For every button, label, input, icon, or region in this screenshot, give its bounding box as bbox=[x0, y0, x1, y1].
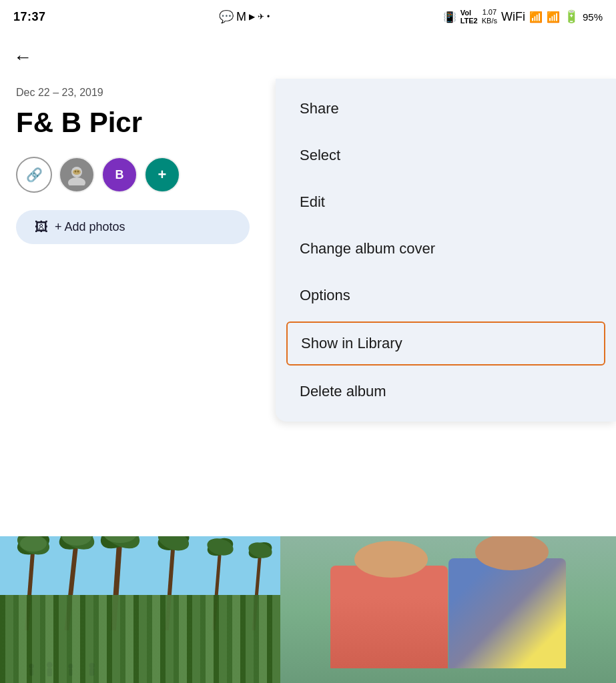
people-photo bbox=[280, 536, 616, 683]
svg-point-28 bbox=[47, 662, 53, 668]
avatar-b-label: B bbox=[115, 168, 124, 182]
person2-head bbox=[475, 536, 549, 570]
svg-rect-4 bbox=[73, 169, 81, 175]
vol-icon: VolLTE2 bbox=[460, 9, 478, 25]
trees-photo bbox=[0, 536, 280, 683]
battery-icon: 🔋 bbox=[564, 9, 579, 24]
context-menu: Share Select Edit Change album cover Opt… bbox=[276, 79, 616, 422]
svg-point-22 bbox=[206, 536, 236, 558]
palm-trees-svg bbox=[0, 536, 280, 639]
person2-clothes bbox=[448, 558, 566, 668]
svg-line-13 bbox=[113, 536, 120, 630]
battery-percent: 95% bbox=[583, 11, 603, 23]
grass bbox=[0, 595, 280, 683]
svg-point-1 bbox=[68, 177, 85, 185]
menu-item-change-cover[interactable]: Change album cover bbox=[276, 225, 616, 272]
collaborators-row: 🔗 B + bbox=[16, 157, 180, 193]
svg-line-5 bbox=[27, 544, 33, 630]
menu-item-share[interactable]: Share bbox=[276, 85, 616, 132]
gmail-icon: M bbox=[236, 10, 246, 24]
svg-point-8 bbox=[20, 536, 47, 552]
svg-point-32 bbox=[89, 662, 95, 668]
album-title: F& B Picr bbox=[16, 107, 270, 139]
svg-rect-31 bbox=[69, 668, 72, 676]
add-collaborator-avatar[interactable]: + bbox=[144, 157, 180, 193]
wifi-icon: WiFi bbox=[501, 10, 525, 24]
share-link-avatar[interactable]: 🔗 bbox=[16, 157, 52, 193]
people-svg bbox=[13, 660, 267, 680]
status-icons: 💬 M ▶ ✈ • bbox=[219, 9, 270, 24]
svg-line-9 bbox=[67, 537, 77, 630]
network-speed: 1.07KB/s bbox=[482, 8, 497, 25]
svg-rect-33 bbox=[89, 668, 94, 676]
signal-icon: 📶 bbox=[529, 11, 543, 23]
notification-dot: • bbox=[267, 12, 270, 21]
status-right: 📳 VolLTE2 1.07KB/s WiFi 📶 📶 🔋 95% bbox=[443, 8, 603, 25]
plus-icon: + bbox=[158, 166, 167, 183]
add-photos-label: + Add photos bbox=[55, 220, 125, 234]
person-avatar-b[interactable]: B bbox=[101, 157, 137, 193]
status-bar: 17:37 💬 M ▶ ✈ • 📳 VolLTE2 1.07KB/s WiFi … bbox=[0, 0, 616, 33]
crowd-silhouettes bbox=[0, 651, 280, 680]
menu-item-options[interactable]: Options bbox=[276, 272, 616, 319]
svg-point-26 bbox=[29, 664, 34, 668]
back-arrow-icon: ← bbox=[13, 47, 32, 67]
couple-photo bbox=[280, 536, 616, 683]
link-icon: 🔗 bbox=[26, 167, 43, 183]
telegram-icon: ✈ bbox=[258, 12, 264, 21]
menu-item-edit[interactable]: Edit bbox=[276, 179, 616, 225]
person1-clothes bbox=[330, 566, 448, 668]
add-photo-icon: 🖼 bbox=[35, 219, 48, 235]
svg-point-25 bbox=[247, 540, 274, 561]
album-date: Dec 22 – 23, 2019 bbox=[16, 87, 103, 99]
play-icon: ▶ bbox=[249, 12, 255, 21]
svg-point-30 bbox=[68, 664, 73, 668]
svg-rect-27 bbox=[29, 668, 33, 676]
menu-item-delete-album[interactable]: Delete album bbox=[276, 368, 616, 415]
back-button[interactable]: ← bbox=[13, 47, 32, 68]
person-avatar-1[interactable] bbox=[59, 157, 95, 193]
menu-item-select[interactable]: Select bbox=[276, 132, 616, 179]
trees-landscape bbox=[0, 536, 280, 683]
status-time: 17:37 bbox=[13, 10, 46, 24]
main-content: ← Dec 22 – 23, 2019 F& B Picr 🔗 B + bbox=[0, 33, 616, 683]
person1-head bbox=[354, 541, 428, 578]
svg-line-20 bbox=[214, 547, 220, 630]
whatsapp-icon: 💬 bbox=[219, 9, 234, 24]
menu-item-show-in-library[interactable]: Show in Library bbox=[286, 321, 605, 366]
vibrate-icon: 📳 bbox=[443, 11, 456, 23]
svg-line-23 bbox=[254, 550, 260, 630]
signal2-icon: 📶 bbox=[547, 11, 560, 23]
svg-rect-29 bbox=[47, 668, 52, 676]
person-silhouette-icon bbox=[66, 164, 87, 185]
svg-line-17 bbox=[167, 540, 174, 630]
add-photos-button[interactable]: 🖼 + Add photos bbox=[16, 210, 250, 244]
